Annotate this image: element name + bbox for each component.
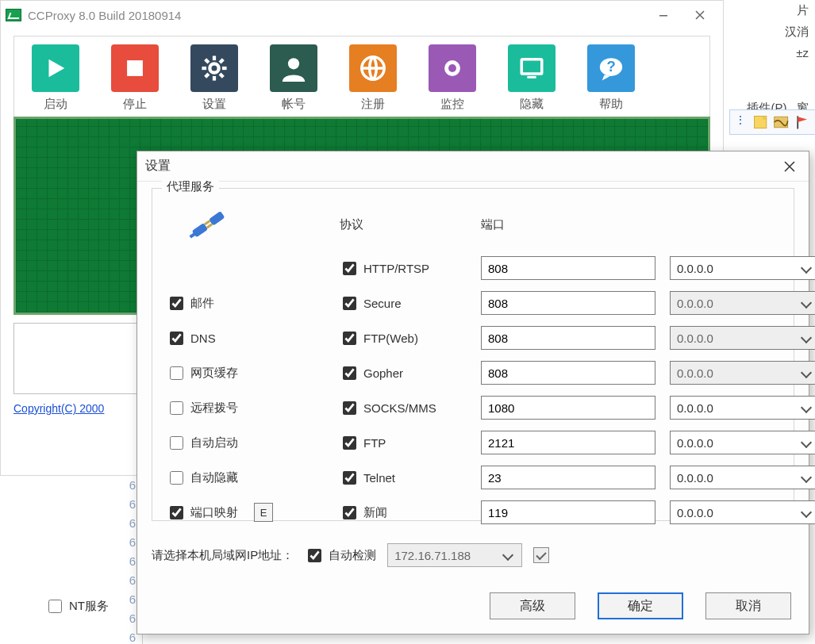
svg-line-8 [220, 74, 223, 77]
option-webcache[interactable]: 网页缓存 [167, 364, 325, 382]
lan-ip-label: 请选择本机局域网IP地址： [152, 548, 294, 563]
settings-dialog: 设置 代理服务 协议 端口 [136, 151, 809, 634]
svg-line-10 [220, 59, 223, 63]
toolbar-account[interactable]: 帐号 [262, 44, 325, 112]
chevron-down-icon [801, 472, 812, 483]
ok-button[interactable]: 确定 [598, 592, 683, 619]
port-ftp-web[interactable] [481, 326, 655, 350]
svg-point-2 [210, 63, 218, 72]
chevron-down-icon [801, 297, 812, 309]
ip-socks-mms[interactable]: 0.0.0.0 [670, 396, 815, 420]
protocol-http-rtsp[interactable]: HTTP/RTSP [340, 259, 467, 278]
svg-rect-15 [521, 59, 542, 74]
protocol-ftp[interactable]: FTP [340, 434, 467, 452]
nt-service-checkbox[interactable]: NT服务 [45, 597, 109, 615]
copyright-link[interactable]: Copyright(C) 2000 [13, 402, 104, 415]
chevron-down-icon [801, 332, 812, 343]
svg-rect-16 [527, 76, 536, 79]
app-icon [6, 9, 21, 21]
option-remote-dial[interactable]: 远程拨号 [167, 399, 325, 417]
port-ftp[interactable] [481, 431, 655, 454]
chevron-down-icon [801, 367, 812, 378]
toolbar-register[interactable]: 注册 [341, 44, 405, 112]
toolbar-help[interactable]: ? 帮助 [579, 44, 643, 112]
stop-icon-label: 停止 [103, 97, 167, 112]
toolbar-monitor[interactable]: 监控 [421, 44, 484, 112]
port-telnet[interactable] [481, 466, 655, 489]
protocol-telnet[interactable]: Telnet [340, 469, 467, 487]
option-autostart[interactable]: 自动启动 [167, 434, 325, 452]
header-port: 端口 [481, 217, 655, 232]
map-icon[interactable] [773, 113, 789, 131]
svg-point-14 [448, 64, 456, 72]
svg-rect-0 [659, 15, 667, 17]
toolbar-hide[interactable]: 隐藏 [500, 44, 563, 112]
minimize-button[interactable] [645, 3, 682, 27]
dialog-close-button[interactable] [778, 155, 801, 178]
protocol-socks-mms[interactable]: SOCKS/MMS [340, 399, 467, 417]
port-news[interactable] [481, 500, 655, 524]
cancel-button[interactable]: 取消 [705, 592, 791, 619]
advanced-button[interactable]: 高级 [490, 592, 575, 619]
ip-news[interactable]: 0.0.0.0 [670, 500, 815, 524]
chevron-down-icon [801, 263, 812, 274]
option-portmap[interactable]: 端口映射 [167, 504, 238, 522]
port-http-rtsp[interactable] [481, 256, 655, 280]
flag-icon[interactable] [794, 113, 810, 131]
portmap-edit-button[interactable]: E [254, 503, 273, 522]
svg-text:?: ? [606, 58, 615, 75]
ip-ftp-web: 0.0.0.0 [670, 326, 815, 350]
ip-gopher: 0.0.0.0 [670, 361, 815, 385]
chevron-down-icon [801, 402, 812, 413]
proxy-service-group: 代理服务 协议 端口 HTTP/RTSP [152, 188, 794, 521]
port-gopher[interactable] [481, 361, 655, 385]
protocol-gopher[interactable]: Gopher [340, 364, 467, 382]
ip-http-rtsp[interactable]: 0.0.0.0 [670, 256, 815, 280]
toolbar-settings[interactable]: 设置 [183, 44, 246, 112]
option-mail[interactable]: 邮件 [167, 294, 325, 312]
svg-point-11 [288, 58, 299, 69]
toolbar: 启动 停止 设置 帐号 注册 监控 隐藏 ? 帮助 [13, 36, 710, 117]
option-dns[interactable]: DNS [167, 329, 325, 347]
chevron-down-icon [801, 507, 812, 518]
protocol-news[interactable]: 新闻 [340, 504, 467, 522]
lan-ip-row: 请选择本机局域网IP地址： 自动检测 172.16.71.188 [152, 543, 794, 567]
protocol-secure[interactable]: Secure [340, 294, 467, 312]
svg-line-7 [206, 59, 209, 63]
auto-detect-checkbox[interactable]: 自动检测 [305, 546, 376, 565]
right-toolbar: ⋮ [729, 109, 815, 135]
protocol-ftp-web[interactable]: FTP(Web) [340, 329, 467, 347]
chevron-down-icon [502, 550, 513, 561]
titlebar: CCProxy 8.0 Build 20180914 [1, 1, 723, 29]
svg-rect-1 [127, 60, 143, 76]
group-label: 代理服务 [162, 179, 219, 194]
port-secure[interactable] [481, 291, 655, 315]
window-title: CCProxy 8.0 Build 20180914 [28, 9, 181, 22]
dialog-title: 设置 [145, 158, 171, 174]
option-autohide[interactable]: 自动隐藏 [167, 469, 325, 487]
ip-secure: 0.0.0.0 [670, 291, 815, 315]
port-socks-mms[interactable] [481, 396, 655, 420]
toolbar-stop[interactable]: 停止 [103, 44, 167, 112]
plug-icon [183, 205, 233, 243]
ip-ftp[interactable]: 0.0.0.0 [670, 431, 815, 454]
ip-telnet[interactable]: 0.0.0.0 [670, 466, 815, 489]
close-button[interactable] [682, 3, 718, 27]
note-icon[interactable] [752, 113, 768, 131]
chevron-down-icon [801, 437, 812, 448]
header-protocol: 协议 [340, 217, 467, 232]
lan-confirm-checkbox[interactable] [533, 547, 549, 563]
lan-ip-select[interactable]: 172.16.71.188 [387, 543, 522, 567]
dialog-titlebar: 设置 [137, 151, 809, 182]
start-icon-label: 启动 [24, 97, 87, 112]
toolbar-start[interactable]: 启动 [24, 44, 87, 112]
right-fragment: 片 汉消 ±z 插件(P) 窗 [726, 0, 815, 119]
svg-line-9 [206, 74, 209, 77]
